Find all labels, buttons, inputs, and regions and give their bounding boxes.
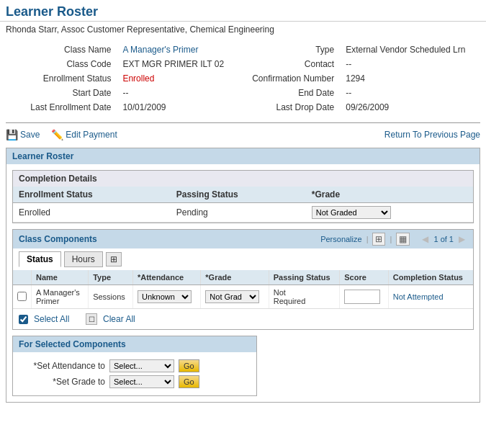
row-completion-status: Not Attempted <box>388 285 473 309</box>
type-value: External Vendor Scheduled Lrn <box>343 43 474 56</box>
grade-select[interactable]: Not Graded Pass Fail Incomplete <box>312 206 391 219</box>
class-code-label: Class Code <box>12 58 114 71</box>
components-table: Name Type *Attendance *Grade Passing Sta… <box>13 270 473 309</box>
class-code-value: EXT MGR PRIMER ILT 02 <box>120 58 243 71</box>
class-name-value: A Manager's Primer <box>120 43 243 56</box>
start-date-label: Start Date <box>12 86 114 99</box>
set-grade-label: *Set Grade to <box>19 377 105 387</box>
row-grade-cell: Not Grad Pass Fail <box>201 285 269 309</box>
class-components-title: Class Components <box>19 234 320 244</box>
completion-grade-cell: Not Graded Pass Fail Incomplete <box>306 203 473 223</box>
completion-table: Enrollment Status Passing Status *Grade … <box>13 187 473 223</box>
last-enrollment-label: Last Enrollment Date <box>12 101 114 114</box>
tab-hours[interactable]: Hours <box>64 251 103 267</box>
clear-all-link[interactable]: Clear All <box>103 314 135 324</box>
select-all-row: Select All ☐ Clear All <box>13 309 473 329</box>
row-checkbox-cell <box>13 285 32 309</box>
completion-details-section: Completion Details Enrollment Status Pas… <box>12 170 474 223</box>
contact-value: -- <box>343 58 474 71</box>
personalize-area: Personalize | ⊞ | ▦ ◀ 1 of 1 ▶ <box>320 233 467 246</box>
row-name: A Manager'sPrimer <box>32 285 89 309</box>
col-grade: *Grade <box>201 270 269 285</box>
contact-label: Contact <box>243 58 338 71</box>
for-selected-header: For Selected Components <box>13 336 256 352</box>
set-attendance-select[interactable]: Select... Unknown Attended Absent <box>109 359 174 372</box>
set-attendance-label: *Set Attendance to <box>19 361 105 371</box>
row-passing-status: NotRequired <box>269 285 340 309</box>
col-completion-status: Completion Status <box>388 270 473 285</box>
table-icon[interactable]: ▦ <box>396 233 410 246</box>
edit-payment-button[interactable]: ✏️ Edit Payment <box>51 129 117 140</box>
component-row: A Manager'sPrimer Sessions Unknown Atten… <box>13 285 473 309</box>
end-date-value: -- <box>343 86 474 99</box>
score-input[interactable] <box>344 290 380 304</box>
clear-all-icon: ☐ <box>86 313 97 325</box>
save-button[interactable]: 💾 Save <box>6 129 40 140</box>
col-type: Type <box>89 270 133 285</box>
tabs-bar: Status Hours ⊞ <box>13 248 473 270</box>
class-name-label: Class Name <box>12 43 114 56</box>
learner-roster-panel: Learner Roster Completion Details Enroll… <box>6 148 480 403</box>
col-passing-status: Passing Status <box>269 270 340 285</box>
completion-row: Enrolled Pending Not Graded Pass Fail In… <box>13 203 473 223</box>
last-drop-value: 09/26/2009 <box>343 101 474 114</box>
grade-row: *Set Grade to Select... Not Graded Pass … <box>19 375 251 388</box>
row-type: Sessions <box>89 285 133 309</box>
col-check <box>13 270 32 285</box>
save-icon: 💾 <box>6 129 18 140</box>
confirmation-label: Confirmation Number <box>243 72 338 85</box>
learner-roster-panel-header: Learner Roster <box>6 148 480 164</box>
select-all-checkbox[interactable] <box>19 315 28 324</box>
return-link[interactable]: Return To Previous Page <box>384 130 480 140</box>
row-checkbox[interactable] <box>17 292 27 301</box>
end-date-label: End Date <box>243 86 338 99</box>
enrollment-status-label: Enrollment Status <box>12 72 114 85</box>
class-components-section: Class Components Personalize | ⊞ | ▦ ◀ 1… <box>12 229 474 330</box>
tab-status[interactable]: Status <box>19 251 61 267</box>
for-selected-section: For Selected Components *Set Attendance … <box>12 336 257 396</box>
col-score: Score <box>340 270 389 285</box>
grade-go-button[interactable]: Go <box>179 375 199 388</box>
col-grade: *Grade <box>306 187 473 203</box>
page-title: Learner Roster <box>0 0 486 22</box>
set-grade-select[interactable]: Select... Not Graded Pass Fail <box>109 375 174 388</box>
attendance-select[interactable]: Unknown Attended Absent <box>138 290 192 303</box>
start-date-value: -- <box>120 86 243 99</box>
tab-grid-icon[interactable]: ⊞ <box>106 252 122 266</box>
personalize-link[interactable]: Personalize <box>320 235 361 243</box>
col-name: Name <box>32 270 89 285</box>
attendance-go-button[interactable]: Go <box>179 359 199 372</box>
row-attendance-cell: Unknown Attended Absent <box>132 285 200 309</box>
completion-details-header: Completion Details <box>13 171 473 187</box>
completion-enrollment-status: Enrolled <box>13 203 171 223</box>
last-drop-label: Last Drop Date <box>243 101 338 114</box>
col-attendance: *Attendance <box>132 270 200 285</box>
enrollment-status-value: Enrolled <box>120 72 243 85</box>
last-enrollment-value: 10/01/2009 <box>120 101 243 114</box>
edit-icon: ✏️ <box>51 129 63 140</box>
page-count: 1 of 1 <box>433 235 454 243</box>
prev-page-button[interactable]: ◀ <box>420 233 431 245</box>
col-enrollment-status: Enrollment Status <box>13 187 171 203</box>
for-selected-body: *Set Attendance to Select... Unknown Att… <box>13 352 256 395</box>
confirmation-value: 1294 <box>343 72 474 85</box>
row-score-cell <box>340 285 389 309</box>
attendance-row: *Set Attendance to Select... Unknown Att… <box>19 359 251 372</box>
next-page-button[interactable]: ▶ <box>456 233 467 245</box>
row-grade-select[interactable]: Not Grad Pass Fail <box>205 290 259 303</box>
select-all-link[interactable]: Select All <box>34 314 69 324</box>
completion-passing-status: Pending <box>171 203 306 223</box>
col-passing-status: Passing Status <box>171 187 306 203</box>
type-label: Type <box>243 43 338 56</box>
grid-icon[interactable]: ⊞ <box>372 233 385 246</box>
subtitle: Rhonda Starr, Assoc Customer Representat… <box>0 22 486 37</box>
class-components-header: Class Components Personalize | ⊞ | ▦ ◀ 1… <box>13 230 473 248</box>
